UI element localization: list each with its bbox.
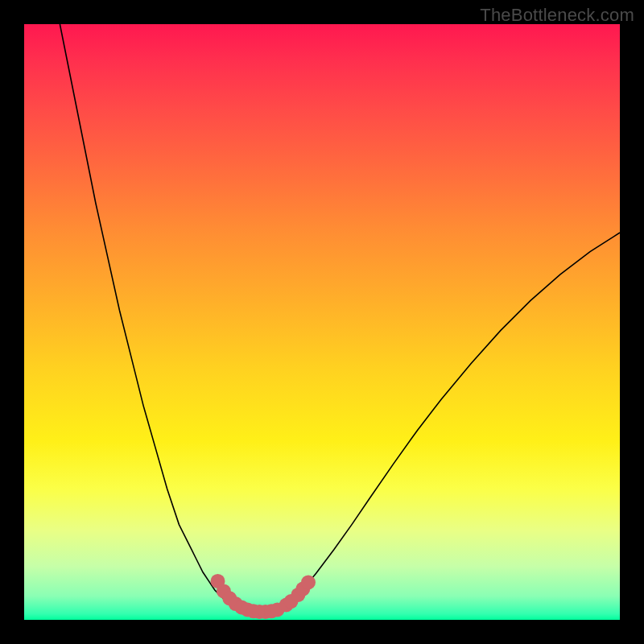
chart-frame: TheBottleneck.com [0,0,644,644]
chart-svg [24,24,620,620]
marker-cluster [211,574,316,619]
watermark-text: TheBottleneck.com [480,5,634,26]
marker-point [301,575,316,589]
bottleneck-curve [60,24,620,612]
plot-area [24,24,620,620]
